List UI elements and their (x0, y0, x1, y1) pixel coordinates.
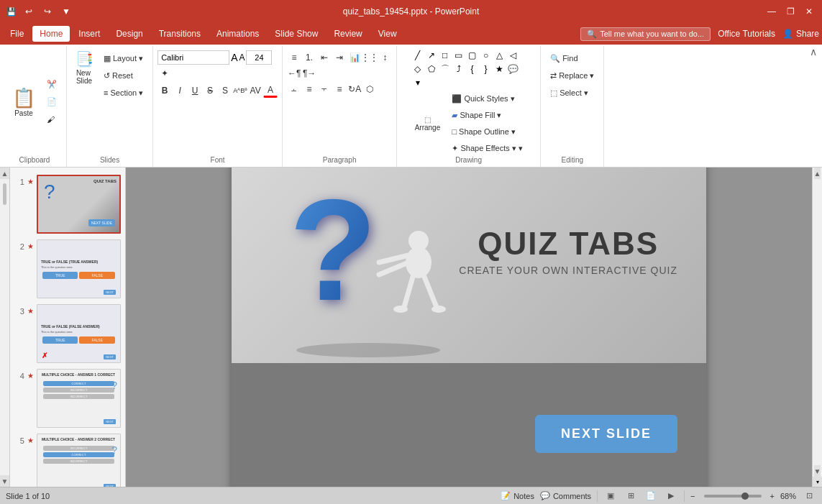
rounded-rect-shape[interactable]: ▢ (466, 49, 479, 62)
smart-art-button[interactable]: 📊 (347, 50, 362, 65)
close-button[interactable]: ✕ (802, 4, 816, 19)
font-size-input[interactable] (246, 50, 272, 65)
shape-effects-button[interactable]: ✦ Shape Effects ▾ ▾ (447, 140, 527, 156)
menu-slideshow[interactable]: Slide Show (268, 26, 325, 42)
triangle-shape[interactable]: △ (493, 49, 506, 62)
share-button[interactable]: 👤 Share (782, 29, 819, 39)
bracket-shape[interactable]: { (466, 63, 479, 75)
shape-fill-button[interactable]: ▰ Shape Fill ▾ (447, 107, 527, 123)
rect-shape[interactable]: □ (439, 49, 452, 62)
menu-design[interactable]: Design (109, 26, 150, 42)
callout-shape[interactable]: 💬 (507, 63, 520, 75)
customize-button[interactable]: ▼ (59, 4, 73, 19)
align-left-button[interactable]: ⫠ (287, 82, 301, 96)
scroll-up-arrow[interactable]: ▲ (0, 168, 9, 179)
freeform-shape[interactable]: ⤴ (452, 63, 465, 75)
justify-button[interactable]: ≡ (332, 82, 347, 96)
align-center-button[interactable]: ≡ (302, 82, 316, 96)
bold-button[interactable]: B (157, 83, 172, 98)
numbering-button[interactable]: 1. (302, 50, 316, 65)
font-color-button[interactable]: A (263, 83, 278, 98)
scroll-bottom-btn[interactable]: ▾ (813, 477, 822, 487)
text-direction-button[interactable]: ↻A (347, 82, 362, 96)
canvas-scroll-down[interactable]: ▼ (814, 465, 821, 477)
spacing-button[interactable]: AV (248, 83, 262, 98)
normal-view-button[interactable]: ▣ (603, 490, 618, 502)
notes-button[interactable]: 📝 Notes (501, 491, 534, 500)
zoom-plus-button[interactable]: + (770, 492, 775, 500)
strikethrough-button[interactable]: S (203, 83, 217, 98)
next-slide-button[interactable]: NEXT SLIDE (535, 415, 677, 453)
increase-indent-button[interactable]: ⇥ (332, 50, 347, 65)
font-size-shrink-icon[interactable]: A (239, 52, 245, 63)
clear-format-icon[interactable]: ✦ (157, 66, 172, 81)
layout-button[interactable]: ▦ Layout ▾ (99, 50, 148, 66)
menu-file[interactable]: File (3, 26, 31, 42)
replace-button[interactable]: ⇄ Replace ▾ (545, 68, 599, 83)
more-shapes[interactable]: ▾ (411, 76, 424, 89)
smallcaps-button[interactable]: AᴬBᴮ (233, 83, 247, 98)
star-shape[interactable]: ★ (493, 63, 506, 75)
slide-thumbnail-2[interactable]: 2 ★ TRUE or FALSE (TRUE ANSWER) This is … (13, 238, 122, 300)
find-button[interactable]: 🔍 Find (545, 50, 599, 66)
slide-panel-scrollbar[interactable]: ▲ ▼ (0, 168, 10, 487)
restore-button[interactable]: ❐ (783, 4, 798, 19)
cut-button[interactable]: ✂️ (42, 77, 62, 93)
menu-review[interactable]: Review (326, 26, 369, 42)
columns-button[interactable]: ⋮⋮ (362, 50, 377, 65)
underline-button[interactable]: U (188, 83, 202, 98)
reset-button[interactable]: ↺ Reset (99, 68, 148, 83)
rtriangle-shape[interactable]: ◁ (507, 49, 520, 62)
menu-view[interactable]: View (371, 26, 404, 42)
zoom-slider[interactable] (704, 495, 762, 498)
canvas-scroll-up[interactable]: ▲ (814, 168, 821, 179)
bullets-button[interactable]: ≡ (287, 50, 301, 65)
shape-outline-button[interactable]: □ Shape Outline ▾ (447, 124, 527, 139)
copy-button[interactable]: 📄 (42, 94, 62, 110)
slide-thumbnail-1[interactable]: 1 ★ QUIZ TABS NEXT SLIDE ? (13, 173, 122, 235)
menu-transitions[interactable]: Transitions (152, 26, 208, 42)
curve-shape[interactable]: ⌒ (439, 63, 452, 75)
zoom-thumb[interactable] (741, 492, 749, 500)
redo-button[interactable]: ↪ (40, 4, 55, 19)
ribbon-collapse-button[interactable]: ∧ (808, 46, 819, 58)
quick-styles-button[interactable]: ⬛ Quick Styles ▾ (447, 91, 527, 106)
convert-to-smartart-button[interactable]: ⬡ (362, 82, 377, 96)
align-right-button[interactable]: ⫟ (317, 82, 332, 96)
arrange-button[interactable]: ⬚ Arrange (409, 103, 445, 145)
menu-home[interactable]: Home (32, 26, 70, 42)
slide-thumbnail-4[interactable]: 4 ★ MULTIPLE CHOICE - ANSWER 1 CORRECT C… (13, 367, 122, 429)
italic-button[interactable]: I (173, 83, 187, 98)
line-shape[interactable]: ╱ (411, 49, 424, 62)
font-size-grow-icon[interactable]: A (231, 52, 237, 63)
slideshow-button[interactable]: ▶ (664, 490, 678, 502)
shadow-button[interactable]: S (218, 83, 232, 98)
save-icon[interactable]: 💾 (6, 6, 17, 17)
section-button[interactable]: ≡ Section ▾ (99, 85, 148, 101)
zoom-minus-button[interactable]: − (690, 492, 695, 500)
menu-animations[interactable]: Animations (209, 26, 266, 42)
rtl-button[interactable]: ←¶ (287, 66, 301, 81)
search-box[interactable]: 🔍 Tell me what you want to do... (580, 27, 711, 41)
fit-window-button[interactable]: ⊡ (802, 490, 816, 502)
account-button[interactable]: Office Tutorials (718, 29, 775, 39)
minimize-button[interactable]: — (764, 4, 779, 19)
slide-sorter-button[interactable]: ⊞ (624, 490, 638, 502)
menu-insert[interactable]: Insert (71, 26, 107, 42)
decrease-indent-button[interactable]: ⇤ (317, 50, 332, 65)
brace-shape[interactable]: } (480, 63, 493, 75)
pentagon-shape[interactable]: ⬠ (425, 63, 438, 75)
new-slide-button[interactable]: 📑 NewSlide (71, 47, 97, 88)
canvas-scrollbar[interactable]: ▲ ▼ ▾ (812, 168, 822, 487)
scroll-thumb[interactable] (3, 183, 6, 205)
reading-view-button[interactable]: 📄 (644, 490, 658, 502)
select-button[interactable]: ⬚ Select ▾ (545, 85, 599, 101)
font-name-input[interactable] (157, 50, 229, 65)
paste-button[interactable]: 📋 Paste (7, 81, 40, 123)
slide-thumbnail-5[interactable]: 5 ★ MULTIPLE CHOICE - ANSWER 2 CORRECT I… (13, 432, 122, 487)
format-painter-button[interactable]: 🖌 (42, 111, 62, 127)
rect2-shape[interactable]: ▭ (452, 49, 465, 62)
scroll-down-arrow[interactable]: ▼ (0, 475, 9, 487)
oval-shape[interactable]: ○ (480, 49, 493, 62)
ltr-button[interactable]: ¶→ (302, 66, 316, 81)
